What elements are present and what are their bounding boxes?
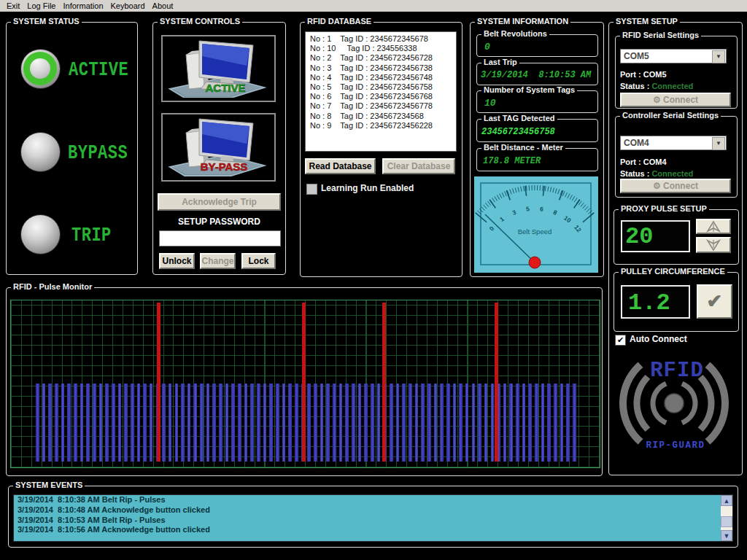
svg-text:ACTIVE: ACTIVE	[205, 82, 245, 94]
svg-text:BY-PASS: BY-PASS	[201, 160, 248, 173]
svg-text:RIP-GUARD: RIP-GUARD	[646, 440, 705, 451]
svg-text:RFID: RFID	[650, 359, 704, 383]
svg-text:Belt Speed: Belt Speed	[518, 228, 551, 236]
